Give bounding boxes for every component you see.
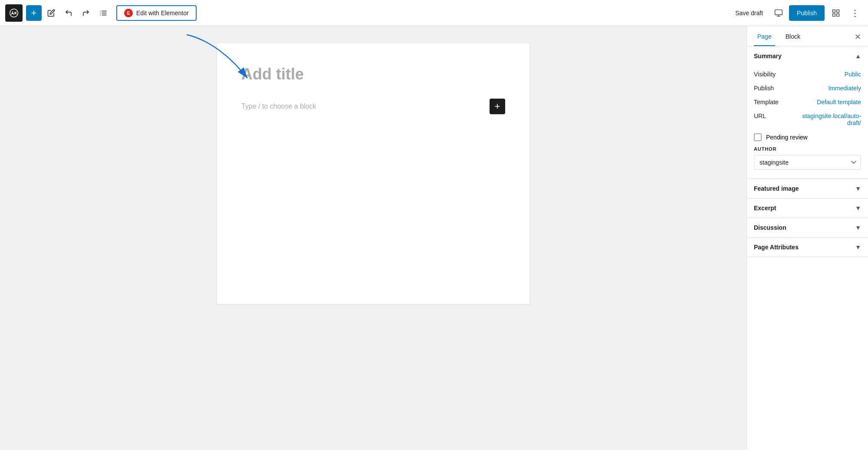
toolbar-left: + — [5, 4, 728, 22]
tab-block[interactable]: Block — [782, 26, 804, 46]
pending-review-label: Pending review — [766, 134, 808, 141]
svg-rect-6 — [775, 10, 783, 15]
sidebar: Page Block ✕ Summary ▲ Visibility Public — [746, 26, 868, 450]
more-dots-icon: ⋮ — [851, 8, 859, 18]
tab-page[interactable]: Page — [754, 26, 775, 46]
publish-label: Publish — [754, 85, 774, 92]
excerpt-section: Excerpt ▼ — [747, 199, 868, 218]
featured-image-chevron-icon: ▼ — [855, 185, 861, 192]
author-section: AUTHOR stagingsite — [754, 143, 861, 172]
block-placeholder-text: Type / to choose a block — [241, 103, 316, 110]
sidebar-tabs: Page Block ✕ — [747, 26, 868, 46]
summary-chevron-icon: ▲ — [855, 53, 861, 60]
add-block-toolbar-button[interactable]: + — [26, 5, 42, 21]
list-view-button[interactable] — [95, 5, 111, 21]
plus-inline-icon: + — [495, 101, 500, 112]
save-draft-button[interactable]: Save draft — [730, 7, 768, 19]
pending-review-row: Pending review — [754, 130, 861, 143]
edit-with-elementor-button[interactable]: E Edit with Elementor — [116, 5, 197, 21]
visibility-label: Visibility — [754, 71, 776, 78]
sidebar-close-button[interactable]: ✕ — [855, 28, 861, 46]
summary-section: Summary ▲ Visibility Public Publish Imme… — [747, 46, 868, 179]
page-attributes-chevron-icon: ▼ — [855, 244, 861, 251]
post-title-field[interactable]: Add title — [241, 64, 505, 85]
template-row: Template Default template — [754, 95, 861, 109]
publish-button[interactable]: Publish — [789, 5, 825, 21]
visibility-value[interactable]: Public — [845, 71, 861, 78]
svg-rect-10 — [837, 10, 839, 12]
publish-row: Publish Immediately — [754, 81, 861, 95]
redo-button[interactable] — [78, 5, 94, 21]
featured-image-section: Featured image ▼ — [747, 179, 868, 199]
preview-icon — [774, 9, 783, 17]
list-view-icon — [99, 9, 107, 17]
page-attributes-header[interactable]: Page Attributes ▼ — [747, 238, 868, 257]
preview-button[interactable] — [772, 6, 786, 20]
settings-icon — [832, 9, 840, 17]
edit-elementor-label: Edit with Elementor — [136, 10, 189, 17]
toolbar-right: Save draft Publish ⋮ — [730, 5, 863, 21]
more-options-button[interactable]: ⋮ — [847, 5, 863, 21]
main-layout: Add title Type / to choose a block + Pag… — [0, 26, 868, 450]
url-label: URL — [754, 112, 766, 119]
svg-rect-12 — [833, 13, 835, 16]
visibility-row: Visibility Public — [754, 67, 861, 81]
excerpt-chevron-icon: ▼ — [855, 205, 861, 212]
page-attributes-section: Page Attributes ▼ — [747, 238, 868, 257]
block-placeholder-row: Type / to choose a block + — [241, 99, 505, 114]
template-label: Template — [754, 99, 779, 106]
wordpress-logo — [5, 4, 23, 22]
discussion-section: Discussion ▼ — [747, 218, 868, 238]
redo-icon — [82, 9, 90, 17]
undo-button[interactable] — [61, 5, 76, 21]
author-select[interactable]: stagingsite — [754, 155, 861, 170]
excerpt-header[interactable]: Excerpt ▼ — [747, 199, 868, 218]
author-label: AUTHOR — [754, 146, 861, 152]
add-block-inline-button[interactable]: + — [490, 99, 505, 114]
svg-rect-9 — [833, 10, 835, 12]
publish-value[interactable]: Immediately — [829, 85, 861, 92]
url-row: URL stagingsite.local/auto-draft/ — [754, 109, 861, 130]
settings-button[interactable] — [828, 5, 844, 21]
summary-section-header[interactable]: Summary ▲ — [747, 46, 868, 66]
editor-content: Add title Type / to choose a block + — [217, 43, 529, 304]
undo-icon — [65, 9, 72, 17]
discussion-header[interactable]: Discussion ▼ — [747, 218, 868, 237]
plus-icon: + — [31, 7, 37, 19]
featured-image-header[interactable]: Featured image ▼ — [747, 179, 868, 198]
template-value[interactable]: Default template — [817, 99, 861, 106]
url-value[interactable]: stagingsite.local/auto-draft/ — [800, 112, 861, 126]
toolbar: + — [0, 0, 868, 26]
discussion-chevron-icon: ▼ — [855, 224, 861, 231]
summary-section-content: Visibility Public Publish Immediately Te… — [747, 66, 868, 179]
svg-rect-11 — [837, 13, 839, 16]
editor-area: Add title Type / to choose a block + — [0, 26, 746, 450]
pending-review-checkbox[interactable] — [754, 133, 762, 141]
pencil-icon — [47, 9, 55, 17]
elementor-icon: E — [124, 9, 133, 17]
edit-icon-button[interactable] — [43, 5, 59, 21]
